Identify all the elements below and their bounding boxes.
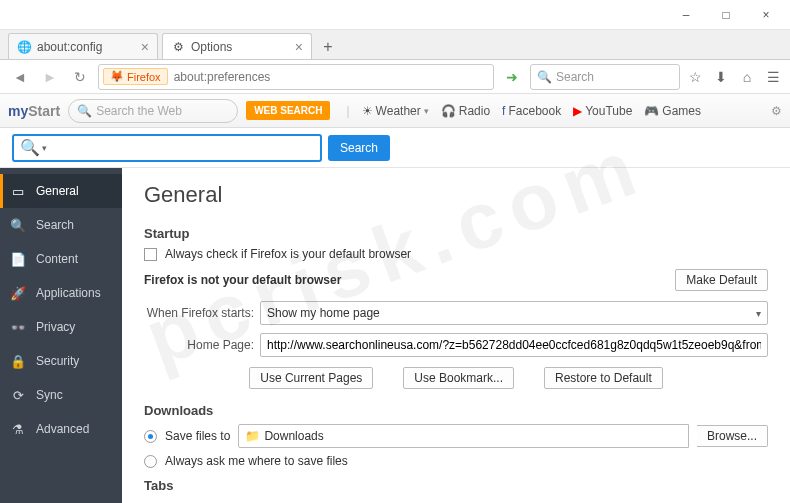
globe-icon: 🌐 [17, 40, 31, 54]
url-input[interactable] [174, 70, 493, 84]
tabs-heading: Tabs [144, 478, 768, 493]
sync-icon: ⟳ [10, 388, 26, 403]
search-icon: 🔍 [10, 218, 26, 233]
mystart-toolbar: myStart 🔍 Search the Web WEB SEARCH | ☀W… [0, 94, 790, 128]
always-check-label: Always check if Firefox is your default … [165, 247, 411, 261]
go-button[interactable]: ➜ [500, 65, 524, 89]
preferences-sidebar: ▭General 🔍Search 📄Content 🚀Applications … [0, 168, 122, 503]
tab-label: about:config [37, 40, 102, 54]
advanced-icon: ⚗ [10, 422, 26, 437]
youtube-icon: ▶ [573, 104, 582, 118]
tab-label: Options [191, 40, 232, 54]
mystart-link-radio[interactable]: 🎧Radio [441, 104, 490, 118]
when-starts-select[interactable]: Show my home page ▾ [260, 301, 768, 325]
sidebar-item-sync[interactable]: ⟳Sync [0, 378, 122, 412]
mystart-link-weather[interactable]: ☀Weather▾ [362, 104, 429, 118]
mystart-link-facebook[interactable]: fFacebook [502, 104, 561, 118]
forward-button[interactable]: ► [38, 65, 62, 89]
gamepad-icon: 🎮 [644, 104, 659, 118]
search-icon: 🔍 [537, 70, 552, 84]
browse-button[interactable]: Browse... [697, 425, 768, 447]
window-titlebar: – □ × [0, 0, 790, 30]
chevron-down-icon: ▾ [424, 106, 429, 116]
save-files-to-label: Save files to [165, 429, 230, 443]
download-folder-field[interactable]: 📁 Downloads [238, 424, 689, 448]
close-tab-icon[interactable]: × [295, 39, 303, 55]
when-starts-label: When Firefox starts: [144, 306, 254, 320]
always-check-checkbox[interactable] [144, 248, 157, 261]
bookmark-star-icon[interactable]: ☆ [686, 68, 704, 86]
page-title: General [144, 182, 768, 208]
browser-search-box[interactable]: 🔍 Search [530, 64, 680, 90]
sidebar-item-security[interactable]: 🔒Security [0, 344, 122, 378]
preferences-main: General Startup Always check if Firefox … [122, 168, 790, 503]
save-files-to-radio[interactable] [144, 430, 157, 443]
lock-icon: 🔒 [10, 354, 26, 369]
folder-icon: 📁 [245, 429, 260, 443]
firefox-icon: 🦊 [110, 70, 124, 83]
tab-about-config[interactable]: 🌐 about:config × [8, 33, 158, 59]
maximize-button[interactable]: □ [706, 1, 746, 29]
back-button[interactable]: ◄ [8, 65, 32, 89]
mystart-search-input[interactable]: 🔍 Search the Web [68, 99, 238, 123]
headphones-icon: 🎧 [441, 104, 456, 118]
secondary-search-input[interactable]: 🔍 ▾ [12, 134, 322, 162]
tab-strip: 🌐 about:config × ⚙ Options × + [0, 30, 790, 60]
content-icon: 📄 [10, 252, 26, 267]
close-window-button[interactable]: × [746, 1, 786, 29]
chevron-down-icon[interactable]: ▾ [42, 143, 47, 153]
use-current-pages-button[interactable]: Use Current Pages [249, 367, 373, 389]
identity-badge: 🦊 Firefox [103, 68, 168, 85]
mystart-web-search-button[interactable]: WEB SEARCH [246, 101, 330, 120]
homepage-input[interactable] [260, 333, 768, 357]
close-tab-icon[interactable]: × [141, 39, 149, 55]
mystart-logo: myStart [8, 103, 60, 119]
minimize-button[interactable]: – [666, 1, 706, 29]
sidebar-item-applications[interactable]: 🚀Applications [0, 276, 122, 310]
startup-heading: Startup [144, 226, 768, 241]
chevron-down-icon: ▾ [756, 308, 761, 319]
navigation-toolbar: ◄ ► ↻ 🦊 Firefox ➜ 🔍 Search ☆ ⬇ ⌂ ☰ [0, 60, 790, 94]
mask-icon: 👓 [10, 320, 26, 335]
separator-icon: | [346, 104, 349, 118]
restore-default-button[interactable]: Restore to Default [544, 367, 663, 389]
new-tab-button[interactable]: + [316, 35, 340, 59]
reload-button[interactable]: ↻ [68, 65, 92, 89]
menu-icon[interactable]: ☰ [764, 68, 782, 86]
sidebar-item-advanced[interactable]: ⚗Advanced [0, 412, 122, 446]
search-icon: 🔍 [77, 104, 92, 118]
gear-icon: ⚙ [171, 40, 185, 54]
url-bar[interactable]: 🦊 Firefox [98, 64, 494, 90]
tab-options[interactable]: ⚙ Options × [162, 33, 312, 59]
mystart-link-games[interactable]: 🎮Games [644, 104, 701, 118]
search-icon: 🔍 [20, 138, 40, 157]
secondary-search-toolbar: 🔍 ▾ Search [0, 128, 790, 168]
always-ask-radio[interactable] [144, 455, 157, 468]
make-default-button[interactable]: Make Default [675, 269, 768, 291]
sidebar-item-privacy[interactable]: 👓Privacy [0, 310, 122, 344]
mystart-link-youtube[interactable]: ▶YouTube [573, 104, 632, 118]
home-icon[interactable]: ⌂ [738, 68, 756, 86]
downloads-heading: Downloads [144, 403, 768, 418]
facebook-icon: f [502, 104, 505, 118]
use-bookmark-button[interactable]: Use Bookmark... [403, 367, 514, 389]
mystart-settings-icon[interactable]: ⚙ [771, 104, 782, 118]
preferences-content: ▭General 🔍Search 📄Content 🚀Applications … [0, 168, 790, 503]
mystart-links: | ☀Weather▾ 🎧Radio fFacebook ▶YouTube 🎮G… [346, 104, 701, 118]
rocket-icon: 🚀 [10, 286, 26, 301]
homepage-label: Home Page: [144, 338, 254, 352]
sidebar-item-search[interactable]: 🔍Search [0, 208, 122, 242]
always-ask-label: Always ask me where to save files [165, 454, 348, 468]
downloads-icon[interactable]: ⬇ [712, 68, 730, 86]
sun-icon: ☀ [362, 104, 373, 118]
sidebar-item-general[interactable]: ▭General [0, 174, 122, 208]
secondary-search-button[interactable]: Search [328, 135, 390, 161]
general-icon: ▭ [10, 184, 26, 199]
not-default-text: Firefox is not your default browser [144, 273, 341, 287]
sidebar-item-content[interactable]: 📄Content [0, 242, 122, 276]
